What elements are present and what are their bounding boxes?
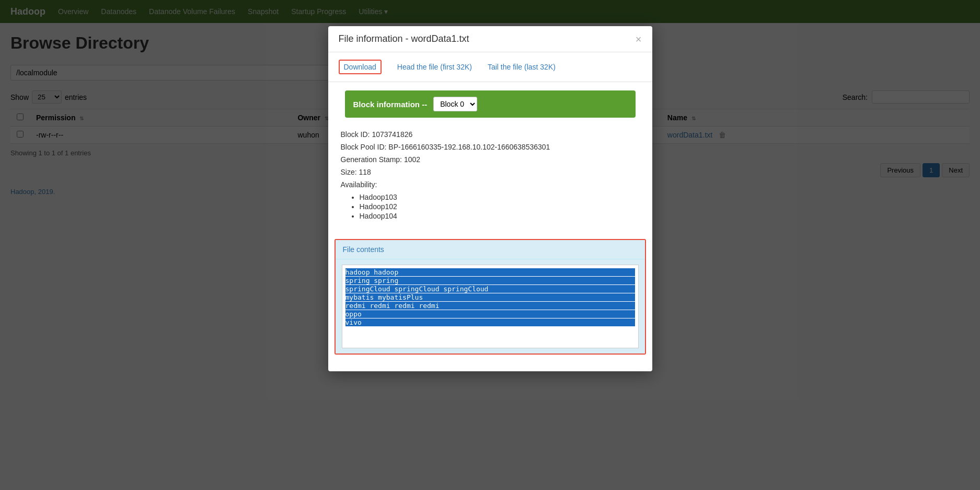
availability-list: Hadoop103 Hadoop102 Hadoop104: [341, 193, 640, 220]
block-id: Block ID: 1073741826: [341, 130, 640, 139]
file-line-4: redmi redmi redmi redmi: [345, 302, 635, 310]
file-text-display[interactable]: hadoop hadoop spring spring springCloud …: [342, 265, 639, 348]
block-details: Block ID: 1073741826 Block Pool ID: BP-1…: [328, 126, 652, 233]
head-file-link[interactable]: Head the file (first 32K): [397, 63, 472, 71]
modal-title: File information - wordData1.txt: [339, 33, 469, 44]
file-contents-header: File contents: [336, 240, 645, 259]
file-contents-body: hadoop hadoop spring spring springCloud …: [336, 259, 645, 354]
tail-file-link[interactable]: Tail the file (last 32K): [488, 63, 556, 71]
file-contents-section: File contents hadoop hadoop spring sprin…: [335, 239, 646, 355]
file-line-1: spring spring: [345, 277, 635, 284]
modal-footer: [328, 361, 652, 371]
block-pool-id: Block Pool ID: BP-1666160335-192.168.10.…: [341, 143, 640, 151]
file-line-2: springCloud springCloud springCloud: [345, 285, 635, 293]
block-info-header: Block information -- Block 0: [345, 90, 636, 118]
modal-actions: Download Head the file (first 32K) Tail …: [328, 52, 652, 82]
block-info-label: Block information --: [353, 100, 428, 109]
modal-overlay: File information - wordData1.txt × Downl…: [0, 0, 980, 490]
availability-label: Availability:: [341, 180, 640, 189]
file-line-3: mybatis mybatisPlus: [345, 293, 635, 301]
modal-header: File information - wordData1.txt ×: [328, 26, 652, 52]
availability-node-0: Hadoop103: [360, 193, 640, 201]
file-line-5: oppo: [345, 310, 635, 318]
modal: File information - wordData1.txt × Downl…: [328, 26, 652, 371]
availability-node-2: Hadoop104: [360, 212, 640, 220]
file-line-6: vivo: [345, 318, 635, 326]
modal-close-button[interactable]: ×: [636, 34, 642, 44]
block-select[interactable]: Block 0: [433, 97, 477, 111]
download-link[interactable]: Download: [339, 60, 382, 74]
block-size: Size: 118: [341, 168, 640, 176]
availability-node-1: Hadoop102: [360, 202, 640, 211]
generation-stamp: Generation Stamp: 1002: [341, 155, 640, 164]
file-line-0: hadoop hadoop: [345, 268, 635, 276]
